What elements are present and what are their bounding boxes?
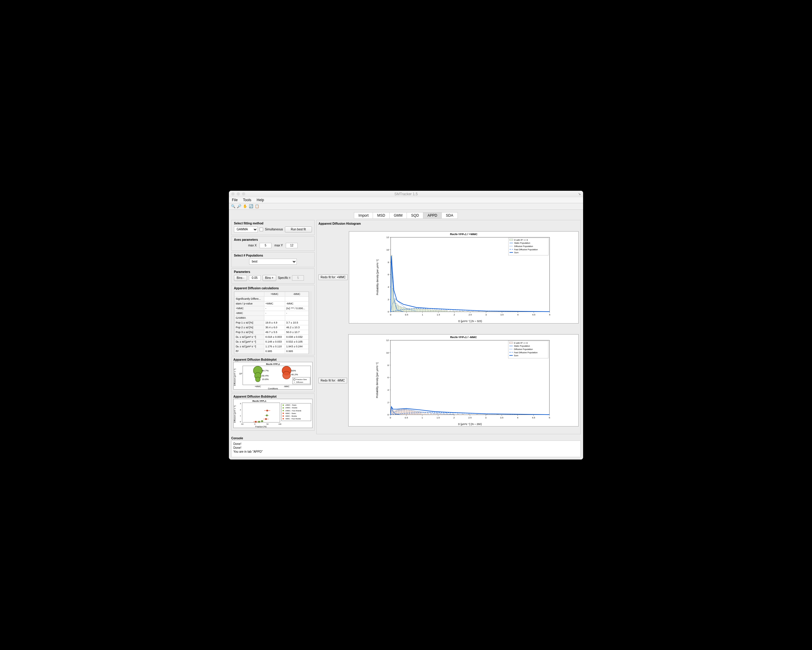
svg-rect-125 (432, 310, 434, 311)
svg-text:5: 5 (549, 417, 550, 419)
svg-text:-MMC - Fast Mobile: -MMC - Fast Mobile (285, 418, 301, 420)
menu-help[interactable]: Help (256, 198, 264, 202)
pan-icon[interactable]: ✋ (243, 204, 247, 209)
svg-text:D [µm²s⁻¹] (N = 323): D [µm²s⁻¹] (N = 323) (458, 320, 482, 323)
parameters-title: Parameters (234, 270, 312, 273)
svg-text:2: 2 (388, 298, 389, 301)
tau-input[interactable] (292, 275, 304, 281)
svg-text:Probability density [per µm²s⁻: Probability density [per µm²s⁻¹] (376, 259, 379, 295)
bubble-panel: Apparent Diffusion Bubbleplot RecN-YFPᵥ1… (231, 357, 314, 392)
close-icon[interactable] (231, 192, 235, 195)
svg-rect-57 (282, 418, 284, 420)
svg-point-6 (255, 377, 260, 381)
svg-rect-53 (282, 413, 284, 414)
svg-text:2: 2 (453, 417, 455, 419)
calc-table: +MMC -MMC Significantly Differe...stars … (234, 291, 309, 354)
bins-minus-button[interactable]: Bins - (234, 275, 247, 281)
tab-appd[interactable]: APPD (423, 212, 442, 219)
svg-text:Diffusive Population: Diffusive Population (514, 245, 533, 248)
run-best-fit-button[interactable]: Run best fit (285, 226, 312, 232)
svg-rect-226 (462, 414, 464, 415)
svg-rect-208 (411, 411, 412, 415)
svg-text:4.5: 4.5 (532, 313, 536, 316)
svg-text:RecN-YFPᵥ1: RecN-YFPᵥ1 (252, 400, 266, 402)
calc-title: Apparent Diffusion calculations (234, 287, 312, 290)
window-controls[interactable] (231, 192, 245, 195)
bin-value-input[interactable] (249, 275, 261, 281)
svg-rect-24 (242, 403, 280, 422)
svg-text:0: 0 (240, 421, 241, 423)
zoom-out-icon[interactable]: 🔎 (237, 204, 241, 209)
tab-sda[interactable]: SDA (441, 212, 458, 219)
svg-rect-122 (427, 310, 429, 311)
tab-gmm[interactable]: GMM (389, 212, 407, 219)
console-output[interactable]: Done! Done! You are in tab "APPD" (231, 441, 581, 457)
simultaneous-checkbox[interactable] (259, 228, 263, 231)
svg-rect-129 (438, 310, 440, 311)
svg-rect-136 (453, 311, 454, 311)
svg-rect-205 (406, 410, 408, 415)
svg-text:RecN-YFPᵥ1 / +MMC: RecN-YFPᵥ1 / +MMC (450, 232, 478, 235)
menu-tools[interactable]: Tools (243, 198, 251, 202)
populations-select[interactable]: best (249, 259, 297, 265)
titlebar-toggle-icon[interactable]: ↘ (578, 192, 581, 196)
svg-text:10⁰: 10⁰ (239, 372, 242, 375)
svg-text:Static Population: Static Population (514, 242, 530, 244)
redo-fit-1-button[interactable]: Redo fit for: +MMC (319, 275, 348, 280)
svg-rect-134 (446, 310, 448, 311)
svg-text:12: 12 (386, 236, 389, 239)
svg-text:4: 4 (388, 286, 389, 288)
fitting-method-select[interactable]: GAMMA (234, 226, 258, 232)
svg-rect-215 (424, 412, 425, 415)
minimize-icon[interactable] (237, 192, 240, 195)
datacursor-icon[interactable]: 📋 (255, 204, 259, 209)
hist-title: Apparent Diffusion Histogram (319, 222, 578, 225)
svg-rect-116 (418, 309, 420, 311)
svg-text:30.4%: 30.4% (262, 374, 269, 377)
table-scrollbar[interactable] (309, 291, 312, 354)
svg-text:Sum: Sum (514, 251, 519, 254)
tab-sqd[interactable]: SQD (407, 212, 423, 219)
svg-rect-100 (392, 288, 394, 311)
svg-text:46.2%: 46.2% (291, 373, 298, 375)
toolbar: 🔍 🔎 ✋ 🔄 📋 (229, 203, 583, 210)
svg-text:D with R² <= 0: D with R² <= 0 (514, 239, 528, 241)
tab-import[interactable]: Import (354, 212, 373, 219)
redo-fit-2-button[interactable]: Redo fit for: -MMC (319, 378, 347, 383)
svg-rect-232 (509, 342, 513, 344)
svg-text:3: 3 (485, 313, 487, 316)
svg-text:2.5: 2.5 (469, 313, 472, 316)
bubble-plot: RecN-YFPᵥ1 Diffusion [µm² s⁻¹] 10⁰ 49.7%… (234, 362, 313, 389)
menu-file[interactable]: File (232, 198, 238, 202)
svg-rect-204 (405, 409, 406, 415)
svg-text:2: 2 (240, 408, 241, 410)
svg-text:0.5: 0.5 (405, 313, 408, 316)
svg-rect-127 (435, 310, 437, 311)
histogram-1: RecN-YFPᵥ1 / +MMCProbability density [pe… (349, 231, 578, 323)
svg-text:Fraction Size: Fraction Size (296, 378, 307, 380)
svg-text:Fraction [%]: Fraction [%] (255, 426, 266, 428)
svg-rect-51 (282, 410, 284, 411)
svg-rect-120 (424, 309, 426, 311)
svg-rect-138 (459, 311, 461, 311)
svg-text:Conditions: Conditions (268, 388, 278, 389)
bins-plus-button[interactable]: Bins + (263, 275, 276, 281)
maxx-input[interactable] (259, 243, 272, 248)
svg-text:3.5: 3.5 (501, 313, 504, 316)
svg-rect-219 (437, 413, 438, 415)
rotate-icon[interactable]: 🔄 (249, 204, 253, 209)
svg-text:Diffusion: Diffusion (296, 381, 303, 383)
svg-text:6: 6 (387, 377, 388, 379)
tab-msd[interactable]: MSD (372, 212, 390, 219)
svg-rect-212 (417, 412, 419, 415)
svg-text:1: 1 (240, 415, 241, 417)
maximize-icon[interactable] (242, 192, 245, 195)
calc-table-wrap[interactable]: +MMC -MMC Significantly Differe...stars … (234, 291, 309, 354)
svg-text:Diffusion [µm² s⁻¹]: Diffusion [µm² s⁻¹] (234, 368, 236, 386)
maxy-input[interactable] (286, 243, 298, 248)
svg-rect-126 (434, 310, 435, 311)
svg-text:+MMC - Fast Mobile: +MMC - Fast Mobile (285, 409, 302, 411)
svg-rect-145 (510, 239, 513, 241)
svg-rect-210 (414, 411, 416, 415)
zoom-in-icon[interactable]: 🔍 (230, 204, 235, 209)
